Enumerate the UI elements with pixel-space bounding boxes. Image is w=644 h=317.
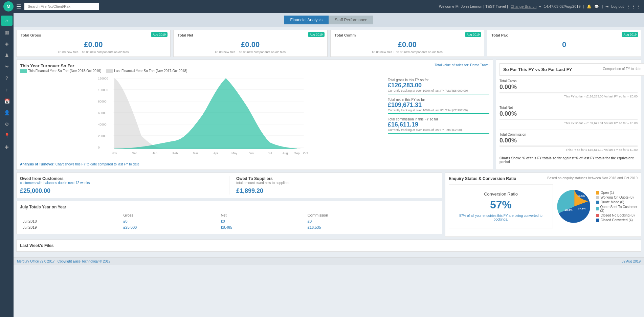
divider1 [499, 103, 638, 103]
totals-col-year [20, 212, 120, 218]
stat-gross-note: Currently tracking at over 100% of last … [388, 89, 489, 92]
top-nav-right: Welcome Mr John Lennon | TEST Travel | C… [439, 4, 641, 9]
sidebar-item-settings[interactable]: ⚙ [1, 119, 13, 129]
svg-text:Sep: Sep [294, 152, 299, 155]
footer-right: 02 Aug 2019 [622, 259, 641, 263]
notif-icon[interactable]: 🔔 [587, 4, 592, 9]
last-week-title: Last Week's Files [20, 243, 638, 248]
card-net-sub: £0.00 new files + £0.00 new components o… [178, 50, 323, 54]
legend-item-lastfy: Last Financial Year So Far: (Nov 2017-Oc… [106, 69, 187, 73]
fy-panel-title: So Far This FY vs So Far Last FY [503, 67, 572, 72]
pie-legend: Open (1) Working On Quote (0) Quote Made… [596, 191, 638, 222]
chat-icon[interactable]: 💬 [594, 4, 599, 9]
fy-stat-net-pct: 0.00% [499, 110, 638, 117]
divider2 [499, 130, 638, 130]
fy-panel: So Far This FY vs So Far Last FY Compari… [496, 60, 641, 170]
owed-section: Owed from Customers customers with balan… [16, 173, 442, 198]
search-input[interactable] [24, 3, 99, 10]
sidebar-item-home[interactable]: ⌂ [1, 16, 13, 26]
legend-closed-no-dot [596, 214, 599, 217]
row2-comm: £16,535 [305, 224, 439, 230]
tab-staff-performance[interactable]: Staff Performance [329, 16, 374, 24]
svg-text:Jul: Jul [268, 152, 272, 155]
sidebar-item-users[interactable]: 👤 [1, 108, 13, 118]
table-row: Jul 2018 £0 £0 £0 [20, 218, 439, 224]
tab-financial-analysis[interactable]: Financial Analysis [284, 16, 329, 24]
fy-stat-net: Total Net 0.00% This FY so far = £109,67… [499, 106, 638, 125]
pie-label-57: 57.1% [578, 207, 586, 210]
svg-text:Aug: Aug [282, 152, 288, 155]
chart-stats: Total gross in this FY so far £126,283.0… [388, 75, 489, 160]
enquiry-title: Enquiry Status & Conversion Ratio [449, 176, 516, 181]
svg-text:100000: 100000 [98, 88, 108, 92]
owed-from-sub: customers with balances due in next 12 w… [20, 181, 222, 185]
sidebar-item-help[interactable]: ? [1, 73, 13, 83]
legend-lastfy-label: Last Financial Year So Far: (Nov 2017-Oc… [114, 69, 187, 73]
main-content: Financial Analysis Staff Performance Tot… [14, 13, 644, 317]
separator1: | [583, 4, 584, 8]
totals-section: July Totals Year on Year Gross Net Commi… [16, 201, 442, 234]
row2-net: £8,465 [218, 224, 305, 230]
row2-gross: £25,000 [120, 224, 218, 230]
sidebar-item-location[interactable]: 📍 [1, 131, 13, 141]
change-branch-button[interactable]: Change Branch [511, 4, 536, 8]
sidebar-item-grid[interactable]: ▦ [1, 27, 13, 37]
card-gross-value: £0.00 [21, 40, 166, 49]
owed-from-title: Owed from Customers [20, 176, 222, 181]
sidebar-item-sun[interactable]: ☀ [1, 62, 13, 72]
sidebar-item-chess[interactable]: ♟ [1, 50, 13, 60]
change-branch-arrow[interactable]: ▾ [539, 4, 541, 9]
enquiry-sub: Based on enquiry statuses between Nov 20… [547, 176, 638, 181]
legend-fy-label: This Financial Year So Far: (Nov 2018-Oc… [28, 69, 101, 73]
stat-net-bar [388, 113, 489, 114]
logout-icon[interactable]: ⇥ [605, 4, 608, 9]
left-sidebar: ⌂ ▦ ◈ ♟ ☀ ? ↑ 📅 👤 ⚙ 📍 ✚ [0, 13, 14, 317]
row1-gross: £0 [120, 218, 218, 224]
bottom-row: Owed from Customers customers with balan… [16, 173, 641, 237]
totals-table: Gross Net Commission Jul 2018 £0 £0 £0 [20, 212, 439, 230]
hamburger-icon[interactable]: ☰ [16, 3, 21, 10]
card-pax-title: Total Pax [491, 33, 508, 37]
legend-closed-conv-label: Closed Converted (4) [601, 218, 633, 222]
conversion-box: Conversion Ratio 57% 57% of all your enq… [449, 184, 553, 228]
legend-quote-sent-dot [596, 207, 599, 210]
stat-comm-label: Total commission in this FY so far [388, 117, 489, 121]
chart-stat-net: Total net in this FY so far £109,671.31 … [388, 98, 489, 114]
sidebar-item-modules[interactable]: ◈ [1, 39, 13, 49]
svg-text:80000: 80000 [98, 100, 107, 103]
summary-card-comm: Total Comm Aug 2019 £0.00 £0.00 new file… [330, 30, 485, 57]
row1-net: £0 [218, 218, 305, 224]
logout-button[interactable]: Log out [611, 4, 624, 8]
fy-stat-comm-bar-wrap [499, 145, 638, 147]
owed-to-suppliers: Owed To Suppliers total amount owed now … [229, 176, 439, 195]
content-area: Total Gross Aug 2019 £0.00 £0.00 new fil… [14, 27, 644, 257]
logo-icon: M [3, 1, 14, 12]
legend-quote-made-label: Quote Made (0) [601, 200, 624, 204]
legend-item-fy: This Financial Year So Far: (Nov 2018-Oc… [20, 69, 101, 73]
sidebar-item-upload[interactable]: ↑ [1, 85, 13, 95]
svg-text:Jun: Jun [249, 152, 254, 155]
chart-section-sub: Total value of sales for: Demo Travel [435, 63, 489, 67]
chart-container: 120000 100000 80000 60000 40000 20000 0 [20, 75, 489, 160]
svg-text:May: May [231, 152, 238, 155]
chart-svg-wrap: 120000 100000 80000 60000 40000 20000 0 [20, 75, 384, 160]
top-nav: M ☰ Welcome Mr John Lennon | TEST Travel… [0, 0, 644, 13]
card-gross-title: Total Gross [21, 33, 41, 37]
tab-bar: Financial Analysis Staff Performance [14, 13, 644, 27]
pie-label-28: 28.6% [565, 208, 573, 211]
row2-year: Jul 2019 [20, 224, 120, 230]
apps-icon[interactable]: ⋮⋮⋮ [626, 4, 641, 9]
sidebar-item-add[interactable]: ✚ [1, 142, 13, 152]
totals-col-net: Net [218, 212, 305, 218]
owed-to-sub: total amount owed now to suppliers [236, 181, 439, 185]
owed-to-title: Owed To Suppliers [236, 176, 439, 181]
sidebar-item-calendar[interactable]: 📅 [1, 96, 13, 106]
fy-panel-sub: Comparison of FY to date [603, 67, 641, 71]
fy-stat-comm-detail: This FY so far = £16,611.19 Vs last FY s… [499, 148, 638, 152]
card-net-title: Total Net [178, 33, 193, 37]
pie-chart-wrap: 57.1% 28.6% 14.3% Open (1) Working [556, 184, 638, 228]
fy-stat-comm-pct: 0.00% [499, 137, 638, 144]
svg-text:0: 0 [98, 146, 100, 149]
legend-quote-made: Quote Made (0) [596, 200, 638, 204]
stat-gross-bar [388, 94, 489, 94]
